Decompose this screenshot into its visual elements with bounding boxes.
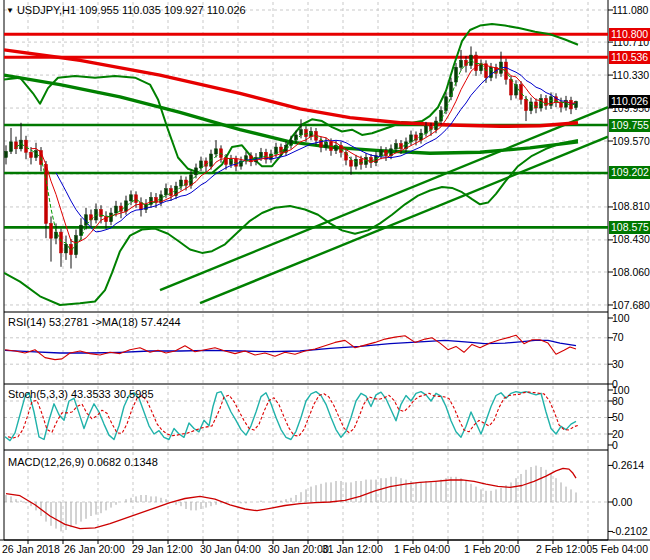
price-axis-label: 108.060 xyxy=(612,266,650,279)
time-axis-label: 2 Feb 12:00 xyxy=(536,543,592,555)
price-level-badge: 110.026 xyxy=(609,95,650,108)
macd-indicator-label: MACD(12,26,9) 0.0682 0.1348 xyxy=(8,456,158,468)
macd-axis-label: 0.00 xyxy=(612,496,632,509)
symbol-info-overlay: ▼USDJPY,H1 109.955 110.035 109.927 110.0… xyxy=(6,4,246,16)
trading-terminal-chart-window: { "header": { "dropdown_icon": "▼", "sym… xyxy=(0,0,650,560)
time-axis-label: 26 Jan 20:00 xyxy=(64,543,125,555)
price-axis-label: 108.430 xyxy=(612,233,650,246)
price-level-badge: 110.800 xyxy=(609,28,650,41)
stoch-axis-label: 0 xyxy=(612,439,618,452)
macd-axis-label: -0.2102 xyxy=(612,525,648,538)
price-axis-label: 111.080 xyxy=(612,4,648,17)
time-axis-label: 30 Jan 04:00 xyxy=(200,543,261,555)
stoch-axis-label: 50 xyxy=(612,411,624,424)
rsi-plot xyxy=(5,335,576,359)
stoch-axis-label: 80 xyxy=(612,395,624,408)
price-axis-label: 107.680 xyxy=(612,299,650,312)
price-axis-label: 110.330 xyxy=(612,69,649,82)
candles-layer xyxy=(5,46,578,268)
chart-canvas[interactable] xyxy=(0,0,650,560)
time-axis-label: 29 Jan 12:00 xyxy=(132,543,193,555)
bollinger-bands xyxy=(4,24,578,305)
time-axis-label: 26 Jan 2018 xyxy=(2,543,60,555)
rsi-axis-label: 100 xyxy=(612,312,630,325)
symbol-dropdown-icon[interactable]: ▼ xyxy=(6,6,14,15)
time-axis-label: 5 Feb 04:00 xyxy=(592,543,648,555)
macd-plot xyxy=(6,466,576,532)
time-axis-label: 30 Jan 20:00 xyxy=(268,543,329,555)
price-level-badge: 109.202 xyxy=(609,166,650,179)
price-level-badge: 108.575 xyxy=(609,221,650,234)
price-level-badge: 110.536 xyxy=(609,51,650,64)
rsi-axis-label: 70 xyxy=(612,331,624,344)
rsi-axis-label: 30 xyxy=(612,358,624,371)
price-axis-label: 109.570 xyxy=(612,135,650,148)
stochastic-indicator-label: Stoch(5,3,3) 43.3533 30.5985 xyxy=(8,388,154,400)
ohlc-values: 109.955 110.035 109.927 110.026 xyxy=(79,4,246,16)
price-level-badge: 109.755 xyxy=(609,119,650,132)
trendlines xyxy=(160,107,608,303)
time-axis-label: 1 Feb 20:00 xyxy=(464,543,520,555)
time-axis-label: 1 Feb 04:00 xyxy=(394,543,450,555)
macd-axis-label: 0.2614 xyxy=(612,459,644,472)
rsi-indicator-label: RSI(14) 53.2781 ->MA(18) 57.4244 xyxy=(8,316,181,328)
symbol-label: USDJPY,H1 xyxy=(17,4,76,16)
price-axis-label: 108.810 xyxy=(612,200,650,213)
time-axis-label: 31 Jan 12:00 xyxy=(322,543,383,555)
